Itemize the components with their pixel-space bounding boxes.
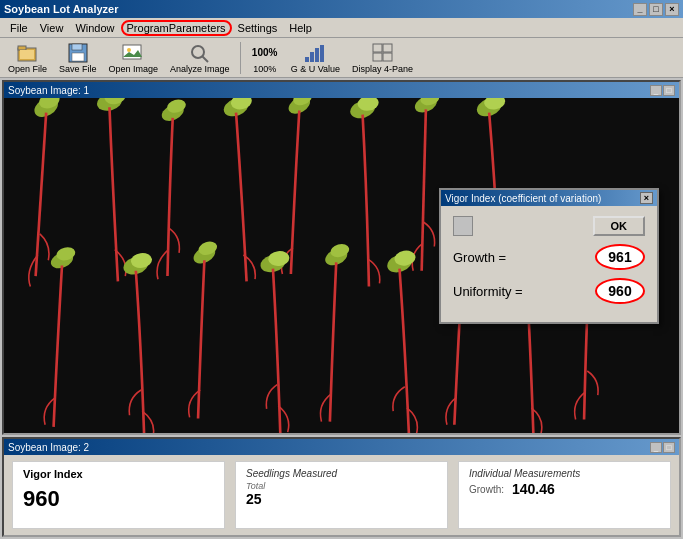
- vigor-index-value: 960: [23, 486, 214, 512]
- analyze-image-button[interactable]: Analyze Image: [166, 40, 234, 76]
- main-area: Soybean Image: 1 _ □: [0, 78, 683, 539]
- bottom-panel: Soybean Image: 2 _ □ Vigor Index 960 See…: [2, 437, 681, 537]
- minimize-button[interactable]: _: [633, 3, 647, 16]
- vigor-dialog-title-bar: Vigor Index (coefficient of variation) ×: [441, 190, 657, 206]
- seedlings-measured-subtitle: Total: [246, 481, 437, 491]
- panel-1-maximize[interactable]: □: [663, 85, 675, 96]
- vigor-growth-value: 961: [595, 244, 645, 270]
- seedlings-measured-title: Seedlings Measured: [246, 468, 437, 479]
- svg-rect-16: [373, 53, 382, 61]
- bottom-panel-minimize[interactable]: _: [650, 442, 662, 453]
- bottom-panel-maximize[interactable]: □: [663, 442, 675, 453]
- vigor-dialog-close-button[interactable]: ×: [640, 192, 653, 204]
- display-4pane-button[interactable]: Display 4-Pane: [348, 40, 417, 76]
- growth-measurement-row: Growth: 140.46: [469, 481, 660, 497]
- image-panel-1: Soybean Image: 1 _ □: [2, 80, 681, 435]
- title-bar-buttons: _ □ ×: [633, 3, 679, 16]
- analyze-image-icon: [188, 42, 212, 64]
- gu-value-button[interactable]: G & U Value: [287, 40, 344, 76]
- growth-value: 140.46: [512, 481, 555, 497]
- vigor-dialog-content: OK Growth = 961 Uniformity = 960: [441, 206, 657, 322]
- svg-rect-11: [310, 52, 314, 62]
- maximize-button[interactable]: □: [649, 3, 663, 16]
- panel-1-title: Soybean Image: 1: [8, 85, 89, 96]
- panel-1-buttons: _ □: [650, 85, 675, 96]
- menu-bar: File View Window ProgramParameters Setti…: [0, 18, 683, 38]
- bottom-panel-title: Soybean Image: 2: [8, 442, 89, 453]
- zoom-100-label: 100%: [253, 64, 276, 74]
- vigor-growth-label: Growth =: [453, 250, 506, 265]
- vigor-index-dialog: Vigor Index (coefficient of variation) ×…: [439, 188, 659, 324]
- bottom-panel-content: Vigor Index 960 Seedlings Measured Total…: [4, 455, 679, 535]
- display-4pane-icon: [371, 42, 395, 64]
- seedlings-measured-box: Seedlings Measured Total 25: [235, 461, 448, 529]
- app-title: Soybean Lot Analyzer: [4, 3, 119, 15]
- panel-1-minimize[interactable]: _: [650, 85, 662, 96]
- svg-rect-10: [305, 57, 309, 62]
- vigor-color-swatch: [453, 216, 473, 236]
- menu-settings[interactable]: Settings: [232, 20, 284, 36]
- save-file-icon: [66, 42, 90, 64]
- vigor-uniformity-row: Uniformity = 960: [453, 278, 645, 304]
- save-file-button[interactable]: Save File: [55, 40, 101, 76]
- svg-point-7: [127, 48, 131, 52]
- menu-help[interactable]: Help: [283, 20, 318, 36]
- open-image-button[interactable]: Open Image: [105, 40, 163, 76]
- toolbar-separator-1: [240, 42, 241, 74]
- svg-rect-2: [20, 50, 34, 59]
- vigor-index-box: Vigor Index 960: [12, 461, 225, 529]
- menu-window[interactable]: Window: [69, 20, 120, 36]
- menu-file[interactable]: File: [4, 20, 34, 36]
- ok-button[interactable]: OK: [593, 216, 646, 236]
- toolbar: Open File Save File Open Image Analyze I…: [0, 38, 683, 78]
- svg-rect-1: [18, 46, 26, 50]
- individual-measurements-box: Individual Measurements Growth: 140.46: [458, 461, 671, 529]
- open-file-label: Open File: [8, 64, 47, 74]
- panel-1-title-bar: Soybean Image: 1 _ □: [4, 82, 679, 98]
- svg-rect-15: [383, 44, 392, 52]
- save-file-label: Save File: [59, 64, 97, 74]
- vigor-top-row: OK: [453, 216, 645, 236]
- close-button[interactable]: ×: [665, 3, 679, 16]
- display-4pane-label: Display 4-Pane: [352, 64, 413, 74]
- seedlings-measured-value: 25: [246, 491, 437, 507]
- individual-measurements-title: Individual Measurements: [469, 468, 660, 479]
- vigor-uniformity-label: Uniformity =: [453, 284, 523, 299]
- svg-rect-13: [320, 45, 324, 62]
- svg-rect-12: [315, 48, 319, 62]
- gu-value-label: G & U Value: [291, 64, 340, 74]
- vigor-dialog-title: Vigor Index (coefficient of variation): [445, 193, 601, 204]
- open-file-icon: [16, 42, 40, 64]
- open-file-button[interactable]: Open File: [4, 40, 51, 76]
- gu-value-icon: [303, 42, 327, 64]
- vigor-uniformity-value: 960: [595, 278, 645, 304]
- open-image-icon: [121, 42, 145, 64]
- vigor-index-title: Vigor Index: [23, 468, 214, 480]
- svg-rect-4: [72, 44, 82, 50]
- svg-line-9: [202, 56, 208, 62]
- app-title-bar: Soybean Lot Analyzer _ □ ×: [0, 0, 683, 18]
- menu-view[interactable]: View: [34, 20, 70, 36]
- image-display: Vigor Index (coefficient of variation) ×…: [4, 98, 679, 433]
- growth-label: Growth:: [469, 484, 504, 495]
- bottom-panel-title-bar: Soybean Image: 2 _ □: [4, 439, 679, 455]
- menu-program-parameters[interactable]: ProgramParameters: [121, 20, 232, 36]
- svg-rect-5: [72, 53, 84, 61]
- bottom-panel-buttons: _ □: [650, 442, 675, 453]
- vigor-growth-row: Growth = 961: [453, 244, 645, 270]
- svg-rect-14: [373, 44, 382, 52]
- open-image-label: Open Image: [109, 64, 159, 74]
- svg-rect-17: [383, 53, 392, 61]
- analyze-image-label: Analyze Image: [170, 64, 230, 74]
- zoom-100-icon: 100%: [253, 42, 277, 64]
- zoom-100-button[interactable]: 100% 100%: [247, 40, 283, 76]
